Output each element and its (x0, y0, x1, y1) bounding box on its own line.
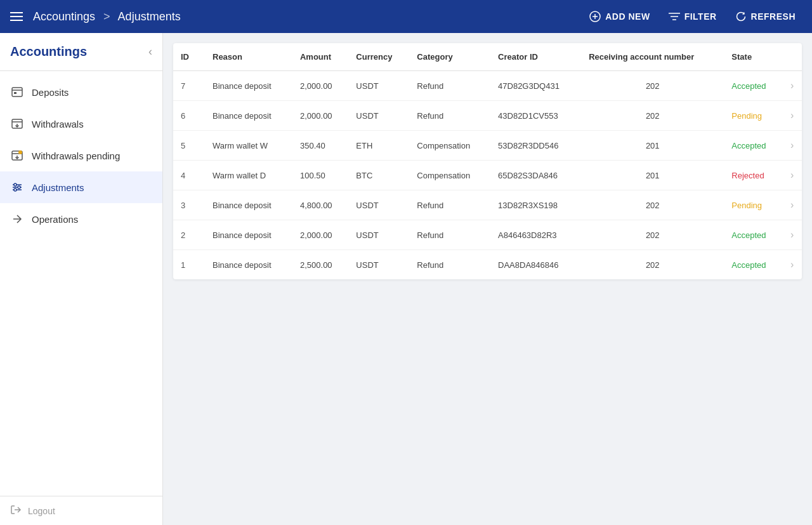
cell-id: 2 (173, 220, 205, 250)
cell-creator-id: 47D82G3DQ431 (490, 71, 581, 101)
breadcrumb-parent[interactable]: Accountings (33, 10, 95, 23)
cell-account-number: 202 (581, 190, 724, 220)
breadcrumb: Accountings > Adjustments (33, 10, 582, 23)
cell-id: 7 (173, 71, 205, 101)
table-row: 6 Binance deposit 2,000.00 USDT Refund 4… (173, 101, 802, 131)
filter-button[interactable]: FILTER (662, 6, 723, 27)
deposit-icon (10, 85, 24, 99)
sidebar-item-withdrawals-label: Withdrawals (32, 119, 84, 130)
table-row: 1 Binance deposit 2,500.00 USDT Refund D… (173, 250, 802, 280)
layout: Accountings ‹ Deposits (0, 33, 812, 525)
sidebar-header: Accountings ‹ (0, 33, 162, 71)
logout-icon (10, 504, 22, 517)
col-header-account-number: Receiving account number (581, 43, 724, 71)
cell-category: Refund (409, 220, 490, 250)
menu-icon[interactable] (10, 12, 23, 21)
cell-account-number: 201 (581, 131, 724, 161)
breadcrumb-separator: > (103, 10, 110, 23)
logout-button[interactable]: Logout (10, 504, 55, 517)
table-row: 5 Warm wallet W 350.40 ETH Compensation … (173, 131, 802, 161)
row-detail-button[interactable]: › (783, 190, 802, 220)
main-content: ID Reason Amount Currency Category Creat… (163, 33, 812, 525)
col-header-category: Category (409, 43, 490, 71)
svg-point-13 (18, 150, 22, 154)
operations-icon (10, 212, 24, 226)
cell-reason: Warm wallet D (205, 161, 292, 190)
cell-category: Refund (409, 190, 490, 220)
sidebar-title: Accountings (10, 44, 87, 59)
row-detail-button[interactable]: › (783, 161, 802, 190)
cell-state: Accepted (724, 220, 783, 250)
cell-reason: Binance deposit (205, 220, 292, 250)
cell-creator-id: DAA8DA846846 (490, 250, 581, 280)
cell-reason: Warm wallet W (205, 131, 292, 161)
add-icon (589, 10, 601, 23)
cell-currency: USDT (348, 71, 409, 101)
col-header-id: ID (173, 43, 205, 71)
table-row: 3 Binance deposit 4,800.00 USDT Refund 1… (173, 190, 802, 220)
cell-currency: BTC (348, 161, 409, 190)
sidebar-item-deposits-label: Deposits (32, 87, 69, 98)
col-header-currency: Currency (348, 43, 409, 71)
withdrawal-icon (10, 117, 24, 131)
cell-reason: Binance deposit (205, 101, 292, 131)
row-detail-button[interactable]: › (783, 71, 802, 101)
cell-reason: Binance deposit (205, 71, 292, 101)
add-new-button[interactable]: ADD NEW (582, 6, 656, 27)
sidebar-item-withdrawals[interactable]: Withdrawals (0, 108, 162, 140)
sidebar-item-deposits[interactable]: Deposits (0, 76, 162, 108)
row-detail-button[interactable]: › (783, 250, 802, 280)
cell-currency: USDT (348, 101, 409, 131)
sidebar-item-withdrawals-pending[interactable]: Withdrawals pending (0, 140, 162, 171)
sidebar-item-operations[interactable]: Operations (0, 203, 162, 235)
cell-currency: USDT (348, 220, 409, 250)
cell-amount: 2,000.00 (292, 101, 348, 131)
cell-state: Accepted (724, 71, 783, 101)
row-detail-button[interactable]: › (783, 220, 802, 250)
col-header-actions (783, 43, 802, 71)
cell-amount: 4,800.00 (292, 190, 348, 220)
sidebar: Accountings ‹ Deposits (0, 33, 163, 525)
topbar-actions: ADD NEW FILTER REFRESH (582, 6, 802, 27)
cell-amount: 2,500.00 (292, 250, 348, 280)
table-row: 4 Warm wallet D 100.50 BTC Compensation … (173, 161, 802, 190)
cell-category: Refund (409, 71, 490, 101)
cell-state: Accepted (724, 250, 783, 280)
cell-account-number: 201 (581, 161, 724, 190)
adjustments-table-card: ID Reason Amount Currency Category Creat… (173, 43, 802, 279)
row-detail-button[interactable]: › (783, 131, 802, 161)
svg-point-18 (18, 186, 20, 189)
cell-account-number: 202 (581, 71, 724, 101)
cell-currency: USDT (348, 190, 409, 220)
sidebar-collapse-button[interactable]: ‹ (148, 45, 152, 58)
col-header-amount: Amount (292, 43, 348, 71)
col-header-reason: Reason (205, 43, 292, 71)
logout-label: Logout (28, 506, 55, 516)
sidebar-item-adjustments[interactable]: Adjustments (0, 171, 162, 203)
row-detail-button[interactable]: › (783, 101, 802, 131)
adjustments-table: ID Reason Amount Currency Category Creat… (173, 43, 802, 279)
cell-currency: ETH (348, 131, 409, 161)
cell-account-number: 202 (581, 101, 724, 131)
refresh-button[interactable]: REFRESH (728, 6, 802, 27)
withdrawals-pending-icon (10, 149, 24, 163)
cell-account-number: 202 (581, 250, 724, 280)
cell-category: Refund (409, 101, 490, 131)
cell-amount: 100.50 (292, 161, 348, 190)
sidebar-item-withdrawals-pending-label: Withdrawals pending (32, 150, 120, 161)
cell-category: Refund (409, 250, 490, 280)
filter-icon (668, 10, 681, 23)
cell-id: 1 (173, 250, 205, 280)
cell-amount: 350.40 (292, 131, 348, 161)
svg-rect-8 (14, 92, 16, 94)
col-header-state: State (724, 43, 783, 71)
cell-category: Compensation (409, 131, 490, 161)
cell-currency: USDT (348, 250, 409, 280)
adjustments-icon (10, 180, 24, 194)
cell-creator-id: 13D82R3XS198 (490, 190, 581, 220)
svg-point-17 (14, 183, 16, 186)
table-row: 7 Binance deposit 2,000.00 USDT Refund 4… (173, 71, 802, 101)
breadcrumb-current: Adjustments (118, 10, 181, 23)
cell-state: Accepted (724, 131, 783, 161)
cell-category: Compensation (409, 161, 490, 190)
